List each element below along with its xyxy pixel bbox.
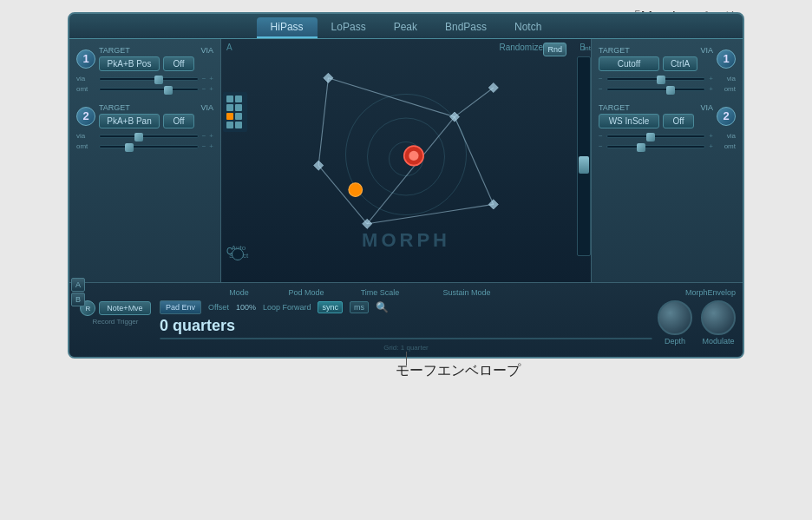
mode-labels-row: Mode Pod Mode Time Scale Sustain Mode Mo… — [76, 288, 736, 297]
right-pad2-via-dropdown[interactable]: Off — [663, 114, 694, 128]
annotation-line-bottom — [406, 352, 407, 365]
tab-bndpass[interactable]: BndPass — [431, 17, 501, 38]
knobs-section: Depth Modulate — [658, 300, 736, 346]
tab-lopass[interactable]: LoPass — [318, 17, 380, 38]
right-pad2-slider2-thumb — [637, 143, 645, 152]
pad1-target-dropdown[interactable]: PkA+B Pos — [99, 56, 160, 71]
record-trigger-label: Record Trigger — [93, 318, 139, 326]
pad1-slider1-thumb — [154, 76, 163, 84]
pad2-target-dropdown[interactable]: PkA+B Pan — [99, 114, 160, 128]
envelope-timeline[interactable]: 58 quarters — [160, 338, 652, 339]
ab-btn-a[interactable]: A — [71, 278, 85, 292]
svg-point-15 — [349, 183, 363, 197]
ms-button[interactable]: ms — [350, 301, 369, 313]
right-pad1-via-dropdown[interactable]: CtrlA — [663, 56, 697, 71]
pad1-via-label: via — [200, 46, 213, 55]
pad2-slider2[interactable] — [99, 145, 199, 148]
pad2-via-dropdown[interactable]: Off — [163, 114, 194, 128]
right-pad1-slider1[interactable] — [606, 77, 706, 81]
pad2-header-row: 2 Target via PkA+B Pan Off — [76, 103, 213, 128]
right-pad2-section: Target via WS InScle Off 2 − — [599, 103, 736, 150]
grid-dot-7 — [226, 122, 233, 128]
pad2-slider1[interactable] — [99, 135, 199, 138]
pad1-via-dropdown[interactable]: Off — [163, 56, 194, 71]
env-diamond-1 — [282, 338, 291, 339]
morph-env-annotation: モーフエンベロープ — [396, 362, 521, 380]
svg-line-6 — [367, 204, 494, 223]
morph-pad-area[interactable]: A B C D Randomize Rnd Int — [221, 39, 591, 282]
modulate-knob[interactable] — [701, 300, 736, 335]
pad2-via-label: via — [200, 103, 213, 112]
right-pad2-slider1-row: − + via — [599, 132, 736, 140]
env-diamond-2 — [380, 338, 389, 339]
right-pad1-slider2-minus: − — [599, 85, 603, 93]
pad1-slider1-row: via − + — [76, 75, 213, 82]
vertical-slider-thumb — [579, 156, 589, 174]
right-pad1-slider2-row: − + omt — [599, 85, 736, 93]
svg-line-4 — [367, 117, 455, 224]
zoom-button[interactable]: 🔍 — [376, 301, 389, 313]
pad1-slider2[interactable] — [99, 88, 199, 91]
right-pad2-target-dropdown[interactable]: WS InScle — [599, 114, 659, 128]
env-orange-marker — [515, 338, 522, 339]
right-pad2-slider2-plus: + — [709, 142, 713, 150]
grid-dot-6 — [235, 113, 242, 120]
offset-value: 100% — [236, 303, 256, 312]
tab-peak[interactable]: Peak — [380, 17, 431, 38]
tab-notch[interactable]: Notch — [501, 17, 555, 38]
right-pad2-slider2-row: − + omt — [599, 142, 736, 150]
pad1-slider2-row: omt − + — [76, 85, 213, 93]
pad2-slider1-minus: − — [202, 132, 206, 140]
auto-select-radio[interactable] — [232, 248, 244, 260]
grid-row-4 — [226, 122, 244, 128]
right-pad1-slider2[interactable] — [606, 88, 706, 91]
ab-btn-b[interactable]: B — [71, 293, 85, 306]
right-pad1-slider1-thumb — [657, 76, 665, 84]
right-pad1-header-row: Target via Cutoff CtrlA 1 — [599, 46, 736, 71]
pad2-slider1-plus: + — [209, 132, 213, 140]
grid-icons — [223, 92, 247, 132]
pad1-slider2-minus: − — [202, 85, 206, 93]
main-content: 1 Target via PkA+B Pos Off via — [69, 39, 743, 282]
right-pad1-slider1-row: − + via — [599, 75, 736, 82]
right-pad1-target-dropdown[interactable]: Cutoff — [599, 56, 659, 71]
pad2-section: 2 Target via PkA+B Pan Off via — [76, 103, 213, 150]
bottom-section: Mode Pod Mode Time Scale Sustain Mode Mo… — [69, 282, 743, 357]
pad1-header-row: 1 Target via PkA+B Pos Off — [76, 46, 213, 71]
vertical-slider[interactable] — [577, 56, 591, 256]
left-panel: 1 Target via PkA+B Pos Off via — [69, 39, 221, 282]
right-pad2-slider2[interactable] — [606, 145, 706, 148]
grid-row-3 — [226, 113, 244, 120]
right-pad2-target-label: Target — [599, 103, 630, 112]
pad1-target-label: Target — [99, 46, 130, 55]
grid-dot-5 — [226, 113, 233, 120]
envelope-tab-row: Pad Env Offset 100% Loop Forward sync ms… — [160, 300, 652, 314]
right-pad1-via-label-small: via — [717, 75, 736, 82]
right-pad2-number: 2 — [717, 107, 736, 126]
svg-marker-9 — [488, 82, 498, 92]
right-pad2-via-label: via — [700, 103, 713, 112]
pad-env-tab[interactable]: Pad Env — [160, 300, 201, 314]
note-move-button[interactable]: Note+Mve — [99, 301, 150, 315]
right-pad1-slider2-plus: + — [709, 85, 713, 93]
morph-title: MORPH — [362, 229, 450, 252]
right-pad2-via-label-small: via — [717, 132, 736, 140]
sync-button[interactable]: sync — [318, 301, 343, 313]
right-pad1-slider1-minus: − — [599, 75, 603, 82]
pad2-slider2-minus: − — [202, 142, 206, 150]
depth-knob[interactable] — [658, 300, 692, 335]
grid-row-2 — [226, 104, 244, 111]
svg-marker-7 — [324, 73, 333, 82]
right-pad2-omt-label-small: omt — [717, 142, 736, 150]
morph-env-label: MorphEnvelop — [523, 288, 736, 297]
svg-line-2 — [318, 78, 328, 166]
pad2-omt-label-small: omt — [76, 142, 95, 150]
grid-dot-8 — [235, 122, 242, 128]
right-pad2-slider1[interactable] — [606, 135, 706, 138]
annotation-bottom: モーフエンベロープ — [68, 362, 744, 380]
pad1-slider1[interactable] — [99, 77, 199, 81]
depth-label: Depth — [665, 337, 685, 346]
tab-hipass[interactable]: HiPass — [257, 17, 318, 38]
grid-dot-1 — [226, 95, 233, 102]
record-section: R Note+Mve Record Trigger — [76, 300, 154, 326]
